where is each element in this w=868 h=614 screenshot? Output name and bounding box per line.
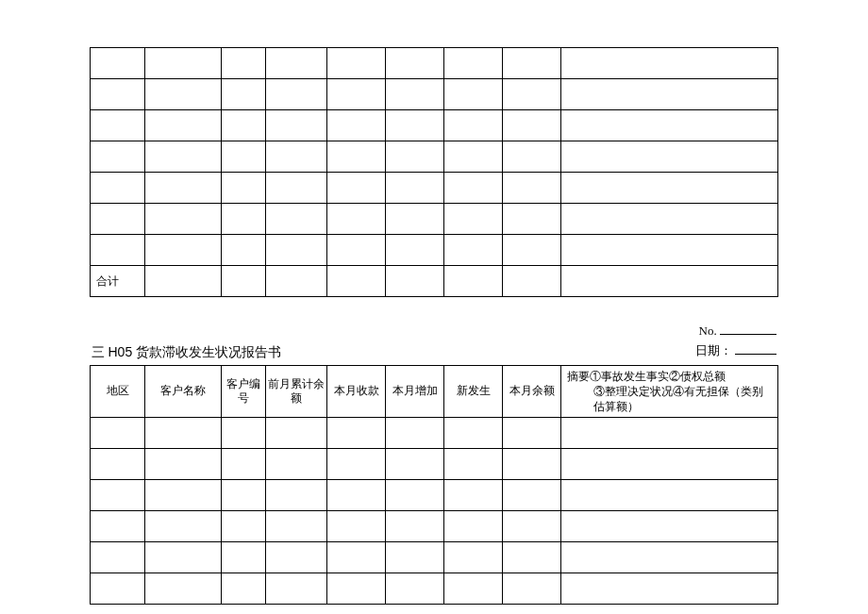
col-region: 地区	[91, 365, 145, 418]
total-label: 合计	[91, 266, 145, 297]
table-row	[91, 110, 778, 141]
table-row	[91, 542, 778, 573]
col-customer-name: 客户名称	[145, 365, 221, 418]
date-field: 日期：	[695, 341, 776, 361]
col-new-occur: 新发生	[444, 365, 503, 418]
table-row	[91, 480, 778, 511]
col-prev-balance: 前月累计余额	[265, 365, 327, 418]
date-value	[735, 354, 776, 355]
col-summary: 摘要①事故发生事实②债权总额 ③整理决定状况④有无担保（类别估算额）	[561, 365, 778, 418]
section-header: 三 H05 货款滞收发生状况报告书 No. 日期：	[90, 322, 778, 361]
table-row	[91, 141, 778, 173]
section-meta: No. 日期：	[695, 322, 776, 361]
table-row	[91, 511, 778, 542]
table-row	[91, 418, 778, 449]
table-row	[91, 235, 778, 266]
table-row	[91, 79, 778, 110]
summary-line1: 摘要①事故发生事实②债权总额	[567, 369, 772, 384]
lower-table: 地区 客户名称 客户编号 前月累计余额 本月收款 本月增加 新发生 本月余额 摘…	[90, 365, 778, 606]
section-title: 三 H05 货款滞收发生状况报告书	[92, 344, 281, 361]
table-row	[91, 48, 778, 79]
no-label: No.	[699, 324, 717, 338]
col-this-month-receipt: 本月收款	[327, 365, 386, 418]
table-row	[91, 573, 778, 605]
table-row	[91, 449, 778, 480]
header-row: 地区 客户名称 客户编号 前月累计余额 本月收款 本月增加 新发生 本月余额 摘…	[91, 365, 778, 418]
col-customer-no: 客户编号	[221, 365, 265, 418]
col-this-month-increase: 本月增加	[386, 365, 444, 418]
summary-line2: ③整理决定状况④有无担保（类别估算额）	[567, 384, 772, 414]
section-code: H05	[108, 344, 133, 359]
total-row: 合计	[91, 266, 778, 297]
section-prefix: 三	[92, 345, 105, 359]
table-row	[91, 204, 778, 235]
no-value	[720, 334, 776, 335]
table-row	[91, 173, 778, 204]
upper-table: 合计	[90, 47, 778, 297]
date-label: 日期：	[695, 343, 732, 357]
no-field: No.	[695, 322, 776, 341]
section-title-text: 货款滞收发生状况报告书	[136, 345, 281, 359]
col-this-month-balance: 本月余额	[503, 365, 561, 418]
